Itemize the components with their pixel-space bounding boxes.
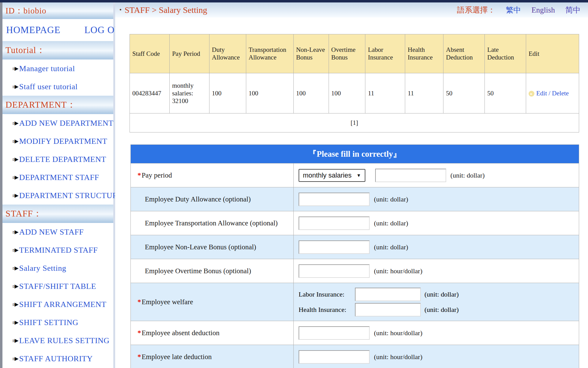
duty-allowance-label: Employee Duty Allowance (optional) — [145, 195, 251, 203]
absent-deduction-unit: (unit: hour/dollar) — [374, 329, 422, 337]
chevron-down-icon: ▼ — [356, 173, 361, 178]
cell-edit: ▸Edit / Delete — [526, 73, 579, 113]
pay-period-input[interactable] — [375, 169, 446, 182]
sidebar-item-staff-shift-table[interactable]: ▹▶ STAFF/SHIFT TABLE — [2, 277, 113, 295]
user-id-label: ID：biobio — [6, 5, 47, 16]
sidebar-item-terminated-staff[interactable]: ▹▶ TERMINATED STAFF — [2, 241, 113, 259]
transportation-allowance-unit: (unit: dollar) — [374, 219, 408, 227]
top-navy-strip — [0, 0, 588, 2]
late-deduction-input[interactable] — [299, 350, 370, 364]
form-row-absent-deduction: * Employee absent deduction (unit: hour/… — [131, 321, 579, 345]
cell-health: 11 — [405, 73, 443, 113]
cell-labor: 11 — [365, 73, 405, 113]
form-title-banner: 『Please fill in correctly』 — [131, 145, 579, 163]
health-insurance-input[interactable] — [355, 303, 421, 316]
pay-period-unit: (unit: dollar) — [450, 171, 485, 179]
double-arrow-icon: ▹▶ — [13, 337, 18, 344]
absent-deduction-label: Employee absent deduction — [142, 329, 220, 337]
pay-period-select-value: monthly salaries — [303, 171, 352, 179]
section-header-department: DEPARTMENT： — [2, 96, 113, 114]
sidebar-item-shift-setting[interactable]: ▹▶ SHIFT SETTING — [2, 313, 113, 332]
double-arrow-icon: ▹▶ — [13, 65, 18, 72]
page-number[interactable]: [1] — [130, 113, 579, 132]
form-row-pay-period: * Pay period monthly salaries ▼ (unit: d… — [131, 163, 579, 187]
cell-non-leave: 100 — [293, 73, 329, 113]
col-duty-allowance: Duty Allowance — [209, 34, 246, 73]
labor-insurance-unit: (unit: dollar) — [424, 290, 459, 298]
health-insurance-unit: (unit: dollar) — [424, 306, 459, 314]
non-leave-bonus-label: Employee Non-Leave Bonus (optional) — [145, 243, 256, 251]
lang-simplified-chinese-link[interactable]: 简中 — [565, 5, 581, 15]
breadcrumb: • STAFF > Salary Setting — [119, 5, 207, 15]
double-arrow-icon: ▹▶ — [13, 355, 18, 362]
cell-staff-code: 004283447 — [130, 73, 170, 113]
pay-period-select[interactable]: monthly salaries ▼ — [299, 169, 365, 182]
sidebar-item-shift-arrangement[interactable]: ▹▶ SHIFT ARRANGEMENT — [2, 295, 113, 313]
sidebar-item-salary-setting[interactable]: ▹▶ Salary Setting — [2, 259, 113, 277]
col-health-insurance: Health Insurance — [405, 34, 443, 73]
sidebar-item-delete-department[interactable]: ▹▶ DELETE DEPARTMENT — [2, 150, 113, 168]
language-selector: 語系選擇： 繁中 English 简中 — [457, 5, 581, 15]
form-row-late-deduction: * Employee late deduction (unit: hour/do… — [131, 345, 579, 368]
double-arrow-icon: ▹▶ — [13, 83, 18, 90]
breadcrumb-text: STAFF > Salary Setting — [125, 5, 207, 15]
transportation-allowance-input[interactable] — [299, 217, 370, 230]
col-edit: Edit — [526, 34, 579, 73]
double-arrow-icon: ▹▶ — [13, 265, 18, 271]
cell-transportation: 100 — [246, 73, 293, 113]
lang-traditional-chinese-link[interactable]: 繁中 — [506, 5, 521, 15]
table-row: 004283447 monthly salaries: 32100 100 10… — [130, 73, 579, 113]
late-deduction-label: Employee late deduction — [142, 353, 212, 361]
section-header-tutorial: Tutorial： — [2, 41, 113, 59]
bullet-icon: • — [119, 6, 122, 13]
main-content: • STAFF > Salary Setting 語系選擇： 繁中 Englis… — [115, 2, 588, 368]
lang-english-link[interactable]: English — [532, 6, 555, 14]
sidebar-item-staff-user-tutorial[interactable]: ▹▶ Staff user tutorial — [2, 78, 113, 96]
required-marker: * — [138, 171, 141, 179]
sidebar-item-department-structure[interactable]: ▹▶ DEPARTMENT STRUCTURE — [2, 186, 113, 205]
homepage-link[interactable]: HOMEPAGE — [6, 25, 60, 36]
double-arrow-icon: ▹▶ — [13, 229, 18, 235]
sidebar-item-add-new-staff[interactable]: ▹▶ ADD NEW STAFF — [2, 223, 113, 241]
overtime-bonus-label: Employee Overtime Bonus (optional) — [145, 267, 251, 275]
late-deduction-unit: (unit: hour/dollar) — [374, 353, 422, 361]
sidebar-item-leave-rules-setting[interactable]: ▹▶ LEAVE RULES SETTING — [2, 332, 113, 350]
main-header-bar: • STAFF > Salary Setting 語系選擇： 繁中 Englis… — [115, 2, 588, 17]
double-arrow-icon: ▹▶ — [13, 192, 18, 199]
transportation-allowance-label: Employee Transportation Allowance (optio… — [145, 219, 278, 227]
overtime-bonus-unit: (unit: hour/dollar) — [374, 267, 422, 275]
salary-table: Staff Code Pay Period Duty Allowance Tra… — [130, 34, 579, 132]
sidebar-item-modify-department[interactable]: ▹▶ MODIFY DEPARTMENT — [2, 132, 113, 150]
pay-period-label: Pay period — [142, 171, 172, 179]
form-row-employee-welfare: * Employee welfare Labor Insurance: (uni… — [131, 283, 579, 321]
labor-insurance-input[interactable] — [355, 288, 421, 301]
salary-table-header-row: Staff Code Pay Period Duty Allowance Tra… — [130, 34, 579, 73]
absent-deduction-input[interactable] — [299, 326, 370, 340]
sidebar-item-staff-authority[interactable]: ▹▶ STAFF AUTHORITY — [2, 350, 113, 368]
sidebar-item-add-new-department[interactable]: ▹▶ ADD NEW DEPARTMENT — [2, 114, 113, 132]
form-title: 『Please fill in correctly』 — [308, 148, 401, 159]
go-icon: ▸ — [529, 91, 534, 97]
required-marker: * — [138, 298, 141, 306]
salary-form: 『Please fill in correctly』 * Pay period … — [130, 144, 579, 368]
form-row-non-leave-bonus: Employee Non-Leave Bonus (optional) (uni… — [131, 235, 579, 259]
sidebar: ID：biobio HOMEPAGE LOG OUT Tutorial： ▹▶ … — [2, 2, 115, 368]
user-id-band: ID：biobio — [2, 2, 113, 19]
duty-allowance-input[interactable] — [299, 193, 370, 206]
cell-late: 50 — [485, 73, 526, 113]
col-non-leave-bonus: Non-Leave Bonus — [293, 34, 329, 73]
non-leave-bonus-input[interactable] — [299, 240, 370, 254]
edit-delete-link[interactable]: Edit / Delete — [536, 90, 569, 97]
double-arrow-icon: ▹▶ — [13, 247, 18, 253]
sidebar-item-manager-tutorial[interactable]: ▹▶ Manager tutorial — [2, 59, 113, 78]
col-staff-code: Staff Code — [130, 34, 170, 73]
double-arrow-icon: ▹▶ — [13, 156, 18, 163]
page: ID：biobio HOMEPAGE LOG OUT Tutorial： ▹▶ … — [0, 0, 588, 368]
col-late-deduction: Late Deduction — [485, 34, 526, 73]
col-transportation-allowance: Transportation Allowance — [246, 34, 293, 73]
overtime-bonus-input[interactable] — [299, 264, 370, 278]
col-pay-period: Pay Period — [169, 34, 209, 73]
double-arrow-icon: ▹▶ — [13, 120, 18, 126]
col-absent-deduction: Absent Deduction — [443, 34, 485, 73]
sidebar-item-department-staff[interactable]: ▹▶ DEPARTMENT STAFF — [2, 168, 113, 186]
